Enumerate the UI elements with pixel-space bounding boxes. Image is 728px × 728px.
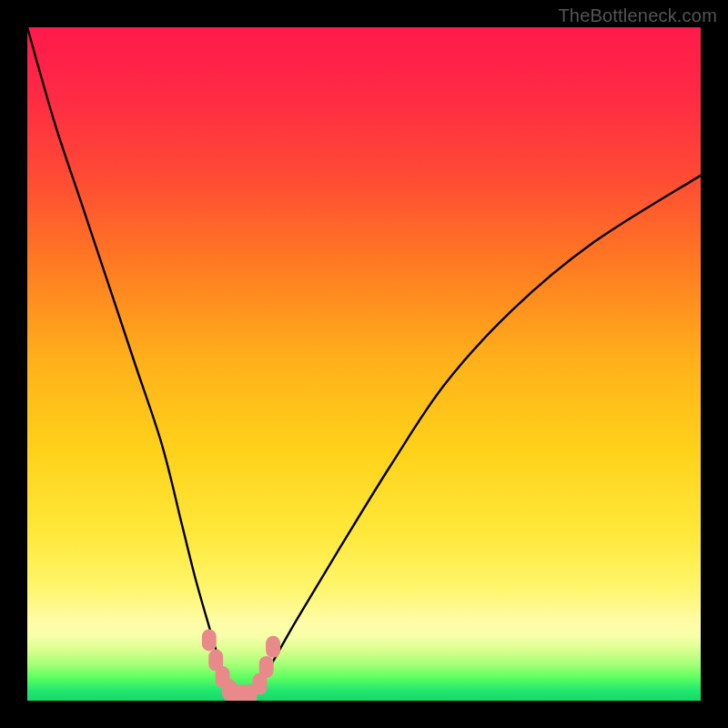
outer-frame: TheBottleneck.com <box>0 0 728 728</box>
svg-rect-0 <box>27 27 701 701</box>
watermark-text: TheBottleneck.com <box>558 5 717 26</box>
plot-area <box>27 27 701 701</box>
background-gradient <box>27 27 701 701</box>
